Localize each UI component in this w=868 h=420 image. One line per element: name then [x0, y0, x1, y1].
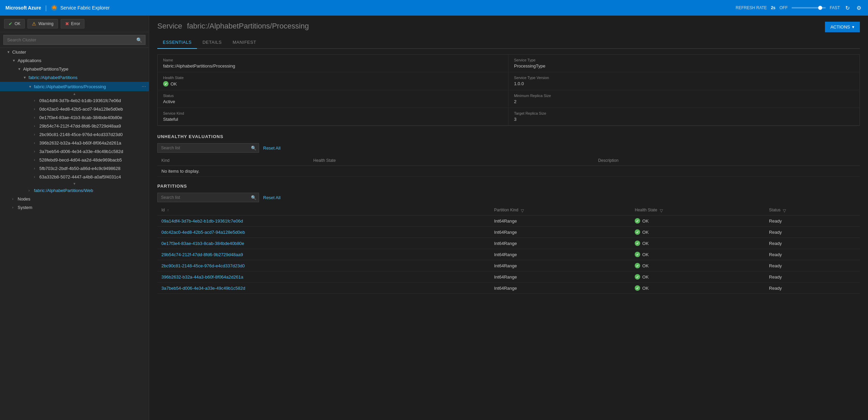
tree-partition-8[interactable]: › 5fb703c2-2bdf-4b50-a86d-e4c9c9498628 — [0, 164, 149, 173]
tree-applications[interactable]: ▼ Applications — [0, 56, 149, 65]
expand-down-indicator[interactable]: ▼ — [0, 181, 149, 186]
unhealthy-no-items: No items to display. — [157, 166, 860, 177]
partition-ok-icon: ✔ — [635, 241, 640, 246]
status-bar: ✔ OK ⚠ Warning ✖ Error — [0, 16, 149, 32]
tree-partition-1[interactable]: › 0dc42ac0-4ed8-42b5-acd7-94a128e5d0eb — [0, 105, 149, 113]
tab-essentials[interactable]: ESSENTIALS — [157, 36, 197, 49]
tree-alphabet-partitions[interactable]: ▼ fabric:/AlphabetPartitions — [0, 73, 149, 82]
essentials-name-label: Name — [163, 58, 503, 62]
partition-health-value: OK — [642, 252, 649, 257]
applications-label: Applications — [18, 58, 41, 63]
partition-id-cell[interactable]: 29b54c74-212f-47dd-8fd6-9b2729d48aa9 — [157, 249, 490, 260]
system-chevron: › — [12, 206, 18, 209]
system-label: System — [18, 205, 32, 210]
tree-partition-6[interactable]: › 3a7beb54-d006-4e34-a33e-49c49b1c582d — [0, 147, 149, 156]
unhealthy-reset-link[interactable]: Reset All — [263, 146, 280, 151]
partition-id-cell[interactable]: 396b2632-b32a-44a3-b60f-8f064a2d261a — [157, 271, 490, 283]
p3-label: 29b54c74-212f-47dd-8fd6-9b2729d48aa9 — [39, 123, 121, 129]
expand-up-indicator[interactable]: ▲ — [0, 91, 149, 96]
service-name: fabric:/AlphabetPartitions/Processing — [187, 22, 309, 30]
tree-container: ▼ Cluster ▼ Applications ▼ AlphabetParti… — [0, 48, 149, 420]
actions-button[interactable]: ACTIONS ▾ — [825, 22, 860, 32]
ok-status-button[interactable]: ✔ OK — [4, 19, 25, 28]
topbar: Microsoft Azure | Service Fabric Explore… — [0, 0, 868, 16]
p2-chevron: › — [34, 116, 39, 119]
refresh-slider[interactable] — [792, 7, 826, 8]
tree-partition-4[interactable]: › 2bc90c81-2148-45ce-976d-e4cd337d23d0 — [0, 130, 149, 139]
health-state-filter-icon[interactable]: ▽ — [660, 208, 664, 212]
tree-processing-selected[interactable]: ▼ fabric:/AlphabetPartitions/Processing … — [0, 82, 149, 91]
topbar-divider: | — [45, 4, 47, 12]
partition-id-link[interactable]: 3a7beb54-d006-4e34-a33e-49c49b1c582d — [161, 286, 245, 291]
tree-partition-7[interactable]: › 528febd9-becd-4d04-aa2d-48de969bacb5 — [0, 156, 149, 164]
tree-partition-3[interactable]: › 29b54c74-212f-47dd-8fd6-9b2729d48aa9 — [0, 122, 149, 130]
page-title: Service fabric:/AlphabetPartitions/Proce… — [157, 22, 312, 31]
tab-manifest[interactable]: MANIFEST — [227, 36, 262, 49]
table-row: 396b2632-b32a-44a3-b60f-8f064a2d261a Int… — [157, 271, 860, 283]
p6-chevron: › — [34, 150, 39, 153]
table-row: 3a7beb54-d006-4e34-a33e-49c49b1c582d Int… — [157, 283, 860, 294]
tree-partition-0[interactable]: › 09a14df4-3d7b-4eb2-b1db-19361fc7e06d — [0, 96, 149, 105]
p0-label: 09a14df4-3d7b-4eb2-b1db-19361fc7e06d — [39, 98, 121, 103]
partition-status-cell: Ready — [765, 249, 860, 260]
essentials-grid: Name fabric:/AlphabetPartitions/Processi… — [157, 54, 860, 126]
unhealthy-search-container: 🔍 Reset All — [157, 143, 860, 153]
partition-id-link[interactable]: 09a14df4-3d7b-4eb2-b1db-19361fc7e06d — [161, 218, 243, 224]
partition-ok-icon: ✔ — [635, 263, 640, 268]
processing-ellipsis[interactable]: ··· — [142, 83, 146, 90]
content-header: Service fabric:/AlphabetPartitions/Proce… — [149, 16, 868, 32]
tree-partition-2[interactable]: › 0e17f3e4-83ae-41b3-8cab-384bde40b80e — [0, 113, 149, 122]
partition-id-link[interactable]: 29b54c74-212f-47dd-8fd6-9b2729d48aa9 — [161, 252, 243, 257]
refresh-icon-button[interactable]: ↻ — [844, 3, 851, 13]
partition-id-link[interactable]: 396b2632-b32a-44a3-b60f-8f064a2d261a — [161, 274, 243, 280]
tree-web[interactable]: › fabric:/AlphabetPartitions/Web — [0, 186, 149, 195]
p8-label: 5fb703c2-2bdf-4b50-a86d-e4c9c9498628 — [39, 166, 120, 171]
warning-icon: ⚠ — [32, 21, 36, 26]
sidebar: ✔ OK ⚠ Warning ✖ Error 🔍 ▼ Cluster — [0, 16, 149, 420]
essentials-target-replica-cell: Target Replica Size 3 — [509, 108, 860, 126]
partition-id-cell[interactable]: 0dc42ac0-4ed8-42b5-acd7-94a128e5d0eb — [157, 227, 490, 238]
partition-id-link[interactable]: 0e17f3e4-83ae-41b3-8cab-384bde40b80e — [161, 241, 244, 246]
tree-partition-9[interactable]: › 63a332b8-5072-4447-a4b8-a0af5f4031c4 — [0, 173, 149, 181]
partition-id-cell[interactable]: 09a14df4-3d7b-4eb2-b1db-19361fc7e06d — [157, 215, 490, 227]
partition-kind-cell: Int64Range — [490, 283, 631, 294]
service-prefix: Service — [157, 22, 182, 30]
ok-health-icon: ✔ — [163, 81, 169, 87]
refresh-rate-value: 2s — [771, 5, 775, 10]
app-name-label: Service Fabric Explorer — [60, 5, 110, 11]
partition-id-cell[interactable]: 3a7beb54-d006-4e34-a33e-49c49b1c582d — [157, 283, 490, 294]
refresh-rate-label: REFRESH RATE — [736, 5, 767, 10]
warning-status-button[interactable]: ⚠ Warning — [27, 19, 58, 28]
tree-nodes[interactable]: › Nodes — [0, 195, 149, 203]
p0-chevron: › — [34, 99, 39, 102]
partition-ok-icon: ✔ — [635, 229, 640, 235]
p5-label: 396b2632-b32a-44a3-b60f-8f064a2d261a — [39, 140, 121, 146]
partition-id-cell[interactable]: 0e17f3e4-83ae-41b3-8cab-384bde40b80e — [157, 238, 490, 249]
tree-partition-5[interactable]: › 396b2632-b32a-44a3-b60f-8f064a2d261a — [0, 139, 149, 147]
partition-id-link[interactable]: 2bc90c81-2148-45ce-976d-e4cd337d23d0 — [161, 263, 245, 268]
partitions-reset-link[interactable]: Reset All — [263, 195, 280, 200]
partition-kind-cell: Int64Range — [490, 238, 631, 249]
tree-cluster[interactable]: ▼ Cluster — [0, 48, 149, 56]
tree-alphabet-type[interactable]: ▼ AlphabetPartitionsType — [0, 65, 149, 73]
partitions-search-input[interactable] — [157, 193, 259, 202]
status-filter-icon[interactable]: ▽ — [783, 208, 787, 212]
essentials-name-value: fabric:/AlphabetPartitions/Processing — [163, 63, 503, 69]
partition-status-cell: Ready — [765, 260, 860, 271]
tab-details[interactable]: DETAILS — [197, 36, 227, 49]
settings-icon-button[interactable]: ⚙ — [855, 3, 863, 13]
partition-id-cell[interactable]: 2bc90c81-2148-45ce-976d-e4cd337d23d0 — [157, 260, 490, 271]
id-sort-icon[interactable]: ↑ — [167, 208, 169, 212]
essentials-service-type-label: Service Type — [514, 58, 854, 62]
error-status-button[interactable]: ✖ Error — [61, 19, 85, 28]
search-cluster-input[interactable] — [3, 35, 145, 45]
partition-kind-filter-icon[interactable]: ▽ — [521, 208, 525, 212]
table-row: 0e17f3e4-83ae-41b3-8cab-384bde40b80e Int… — [157, 238, 860, 249]
partition-status-cell: Ready — [765, 271, 860, 283]
partition-id-link[interactable]: 0dc42ac0-4ed8-42b5-acd7-94a128e5d0eb — [161, 230, 245, 235]
actions-label: ACTIONS — [830, 24, 850, 30]
essentials-name-cell: Name fabric:/AlphabetPartitions/Processi… — [158, 55, 509, 72]
tree-system[interactable]: › System — [0, 203, 149, 212]
unhealthy-search-input[interactable] — [157, 143, 259, 153]
essentials-service-kind-label: Service Kind — [163, 111, 503, 115]
